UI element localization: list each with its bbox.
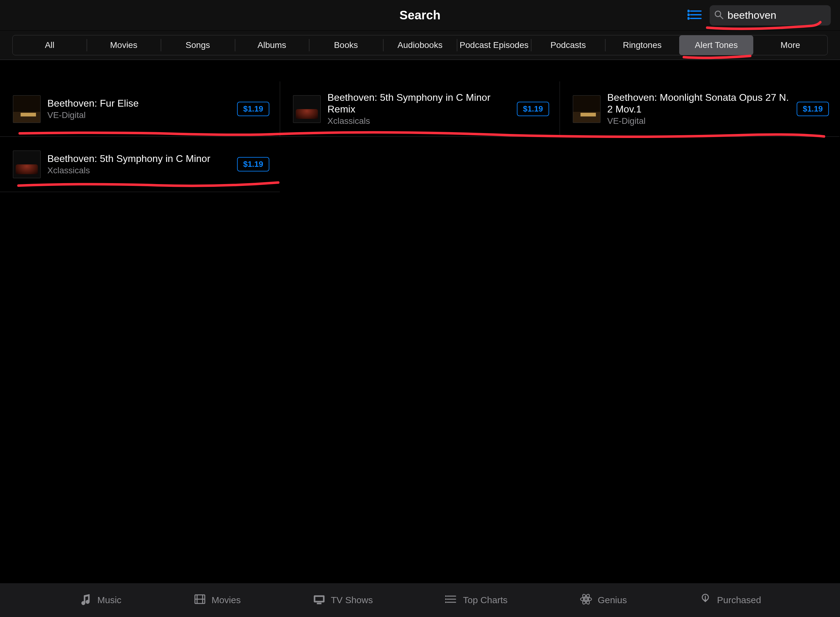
result-title: Beethoven: 5th Symphony in C Minor <box>47 153 230 165</box>
tab-label: Top Charts <box>463 595 508 605</box>
page-title: Search <box>399 8 440 22</box>
tab-genius[interactable]: Genius <box>579 592 627 608</box>
result-item[interactable]: Beethoven: Fur EliseVE-Digital$1.19 <box>0 81 280 137</box>
result-meta: Beethoven: Fur EliseVE-Digital <box>47 98 230 121</box>
result-item[interactable]: Beethoven: Moonlight Sonata Opus 27 N. 2… <box>560 81 839 137</box>
result-meta: Beethoven: Moonlight Sonata Opus 27 N. 2… <box>607 92 790 126</box>
result-artist: Xclassicals <box>327 116 510 126</box>
tv-icon <box>312 592 326 608</box>
svg-point-4 <box>688 14 689 15</box>
bottom-tab-bar: MusicMoviesTV ShowsTop ChartsGeniusPurch… <box>0 583 840 617</box>
category-tab-podcasts[interactable]: Podcasts <box>531 35 605 55</box>
category-bar: AllMoviesSongsAlbumsBooksAudiobooksPodca… <box>0 31 840 60</box>
category-tab-movies[interactable]: Movies <box>87 35 161 55</box>
search-input[interactable] <box>728 9 840 21</box>
nav-right <box>688 0 831 30</box>
svg-point-5 <box>688 18 689 19</box>
category-tab-more[interactable]: More <box>753 35 827 55</box>
search-icon <box>714 10 724 21</box>
result-title: Beethoven: Moonlight Sonata Opus 27 N. 2… <box>607 92 790 115</box>
svg-rect-16 <box>317 603 321 604</box>
svg-point-23 <box>585 598 587 601</box>
result-title: Beethoven: 5th Symphony in C Minor Remix <box>327 92 510 115</box>
svg-line-7 <box>720 16 723 19</box>
purchased-icon <box>698 592 712 608</box>
tab-movies[interactable]: Movies <box>193 592 241 608</box>
tab-top-charts[interactable]: Top Charts <box>445 592 508 608</box>
result-artist: Xclassicals <box>47 165 230 176</box>
result-meta: Beethoven: 5th Symphony in C MinorXclass… <box>47 153 230 176</box>
album-art <box>13 95 41 123</box>
price-button[interactable]: $1.19 <box>237 102 269 116</box>
price-button[interactable]: $1.19 <box>517 102 549 116</box>
tab-music[interactable]: Music <box>79 592 121 608</box>
search-field[interactable] <box>710 5 831 25</box>
price-button[interactable]: $1.19 <box>797 102 829 116</box>
category-tab-albums[interactable]: Albums <box>235 35 309 55</box>
navbar: Search <box>0 0 840 31</box>
result-item[interactable]: Beethoven: 5th Symphony in C MinorXclass… <box>0 137 280 192</box>
search-results: Beethoven: Fur EliseVE-Digital$1.19Beeth… <box>0 60 840 192</box>
svg-point-3 <box>688 10 689 12</box>
album-art <box>13 151 41 178</box>
result-artist: VE-Digital <box>47 110 230 120</box>
tab-tv-shows[interactable]: TV Shows <box>312 592 373 608</box>
svg-point-22 <box>445 602 447 603</box>
tab-label: Music <box>98 595 121 605</box>
svg-rect-15 <box>315 597 323 601</box>
album-art <box>293 95 321 123</box>
svg-point-20 <box>445 595 447 597</box>
result-item[interactable]: Beethoven: 5th Symphony in C Minor Remix… <box>280 81 560 137</box>
tab-label: TV Shows <box>331 595 373 605</box>
tab-purchased[interactable]: Purchased <box>698 592 761 608</box>
tab-label: Purchased <box>717 595 761 605</box>
result-artist: VE-Digital <box>607 116 790 126</box>
list-icon[interactable] <box>688 9 702 22</box>
charts-icon <box>445 592 458 608</box>
tab-label: Genius <box>598 595 627 605</box>
category-tab-podcast-episodes[interactable]: Podcast Episodes <box>457 35 531 55</box>
film-icon <box>193 592 207 608</box>
svg-point-21 <box>445 599 447 600</box>
album-art <box>573 95 600 123</box>
genius-icon <box>579 592 593 608</box>
category-tab-all[interactable]: All <box>13 35 87 55</box>
result-meta: Beethoven: 5th Symphony in C Minor Remix… <box>327 92 510 126</box>
category-tab-books[interactable]: Books <box>309 35 383 55</box>
music-icon <box>79 592 93 608</box>
category-tab-audiobooks[interactable]: Audiobooks <box>383 35 457 55</box>
category-tab-songs[interactable]: Songs <box>161 35 235 55</box>
tab-label: Movies <box>211 595 241 605</box>
category-tab-ringtones[interactable]: Ringtones <box>605 35 679 55</box>
result-title: Beethoven: Fur Elise <box>47 98 230 109</box>
price-button[interactable]: $1.19 <box>237 157 269 171</box>
category-tab-alert-tones[interactable]: Alert Tones <box>679 35 753 55</box>
